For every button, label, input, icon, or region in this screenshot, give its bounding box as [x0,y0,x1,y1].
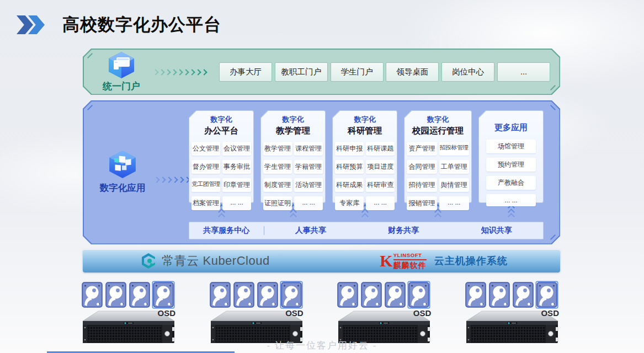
chevron-right-icon [152,69,158,75]
hard-disk-icon [257,282,278,310]
kylin-k-letter: K [380,253,392,269]
kylinsoft-logo: K YLINSOFT 麒麟软件 [380,253,426,269]
chevron-right-icon [195,69,201,75]
hard-disk-icon [337,282,358,310]
app-chip: 公文管理 [191,142,220,156]
portal-button: 学生门户 [331,62,384,82]
hard-disk-icon [513,282,534,310]
app-chip: 舆情管理 [439,178,469,192]
app-chip: 科研课题 [366,142,395,156]
shared-service-item: 知识共享 [450,226,543,236]
hard-disk-icon [385,282,406,310]
card-tag: 数字化 [332,115,397,125]
unified-portal-cube-icon [107,51,136,79]
hard-disk-icon [210,282,231,310]
app-chip: 科研预算 [335,160,364,174]
disk-row [82,282,177,310]
app-card-column: 数字化科研管理科研申报科研课题科研预算项目进度科研成果科研审查专家库... ..… [332,110,397,217]
app-cards-row: 数字化办公平台公文管理会议管理督办管理事务审批党工团管理印章管理档案管理... … [189,110,544,217]
app-chip: 学籍管理 [294,160,323,174]
kubercloud-hexagon-icon [140,252,157,270]
app-chip: ... ... [486,194,536,206]
hard-disk-icon [408,282,429,310]
chevron-up-icon [478,205,544,217]
app-chip: 招待管理 [407,178,437,192]
hard-disk-icon [536,282,557,310]
chevron-right-icon [159,176,166,183]
hard-disk-icon [82,282,103,310]
portal-button: ... [497,62,550,82]
chevron-right-icon [183,69,189,75]
app-chip: 会议管理 [222,142,251,156]
chevron-right-icon [158,69,164,75]
disk-row [465,282,560,310]
app-card-column: 更多应用场馆管理预约管理产教融合... ... [478,110,544,217]
app-chip: 专家库 [335,196,364,210]
hard-disk-icon [233,282,254,310]
app-chip: 报销管理 [407,196,437,210]
card-title: 办公平台 [189,125,254,137]
page-title: 高校数字化办公平台 [62,13,221,36]
shared-service-item: 共享服务中心 [189,226,264,236]
app-card: 更多应用场馆管理预约管理产教融合... ... [478,110,544,203]
portal-button: 岗位中心 [441,62,494,82]
footer-slogan: - 让每一位客户用好云 - [0,339,644,352]
kubercloud-label: 常青云 KuberCloud [162,253,269,269]
app-chip: ... ... [439,196,469,210]
osd-label: OSD [541,308,559,318]
title-block: 高校数字化办公平台 [17,13,221,36]
osd-label: OSD [413,308,432,318]
app-chip: 项目进度 [366,160,395,174]
card-tag: 数字化 [260,115,326,125]
flow-chevrons-icon [153,67,208,77]
app-chip: 档案管理 [191,196,220,210]
hard-disk-icon [129,282,150,310]
unified-portal-label: 统一门户 [91,80,152,93]
card-title: 科研管理 [332,125,397,137]
cloud-platform-bar: 常青云 KuberCloud K YLINSOFT 麒麟软件 云主机操作系统 [83,249,560,272]
app-chip: 事务审批 [222,160,251,174]
chevron-right-icon [189,69,195,75]
osd-label: OSD [285,308,304,318]
app-card-column: 数字化校园运行管理资产管理招投标管理合同管理工单管理招待管理舆情管理报销管理..… [404,110,472,217]
chevron-right-icon [177,69,183,75]
storage-node-group: OSD [465,282,560,347]
hard-disk-icon [153,282,174,310]
app-card: 数字化校园运行管理资产管理招投标管理合同管理工单管理招待管理舆情管理报销管理..… [404,110,472,203]
app-card-column: 数字化办公平台公文管理会议管理督办管理事务审批党工团管理印章管理档案管理... … [189,110,254,217]
app-chip: 预约管理 [486,158,536,172]
app-chip: 印章管理 [222,178,251,192]
unified-portal-box: 统一门户 办事大厅教职工门户学生门户领导桌面岗位中心... [83,49,560,95]
app-chip: 招投标管理 [439,142,469,156]
shared-services-bar: 共享服务中心人事共享财务共享知识共享 [189,222,544,239]
card-items-grid: 场馆管理预约管理产教融合... ... [486,140,536,206]
app-chip: 资产管理 [407,142,437,156]
digital-apps-label-block: 数字化应用 [89,150,156,194]
app-chip: 科研成果 [335,178,364,192]
app-chip: 学生管理 [263,160,292,174]
chevron-right-icon [164,69,171,75]
card-title: 校园运行管理 [404,125,472,137]
app-chip: 教学管理 [263,142,292,156]
portal-button: 领导桌面 [386,62,439,82]
kylin-os-brand: K YLINSOFT 麒麟软件 云主机操作系统 [327,253,560,269]
shared-service-item: 人事共享 [264,226,357,236]
card-tag: 数字化 [189,115,254,125]
app-chip: 制度管理 [263,178,292,192]
disk-row [337,282,432,310]
portal-button: 办事大厅 [219,62,272,82]
app-card: 数字化科研管理科研申报科研课题科研预算项目进度科研成果科研审查专家库... ..… [332,110,397,203]
card-items-grid: 公文管理会议管理督办管理事务审批党工团管理印章管理档案管理... ... [191,142,251,210]
digital-apps-cube-icon [108,150,137,179]
app-card-column: 数字化教学管理教学管理课程管理学生管理学籍管理制度管理活动管理证照证明... .… [260,110,326,217]
card-title: 更多应用 [478,122,544,133]
chevron-right-icon [201,69,207,75]
app-chip: 合同管理 [407,160,437,174]
kylin-cn-label: 麒麟软件 [393,261,427,269]
card-items-grid: 教学管理课程管理学生管理学籍管理制度管理活动管理证照证明... ... [263,142,323,210]
app-chip: 科研申报 [335,142,364,156]
chevron-right-icon [178,176,184,183]
card-tag: 数字化 [404,115,472,125]
os-label: 云主机操作系统 [434,254,508,268]
storage-servers-row: OSDOSDOSDOSD [82,282,560,347]
